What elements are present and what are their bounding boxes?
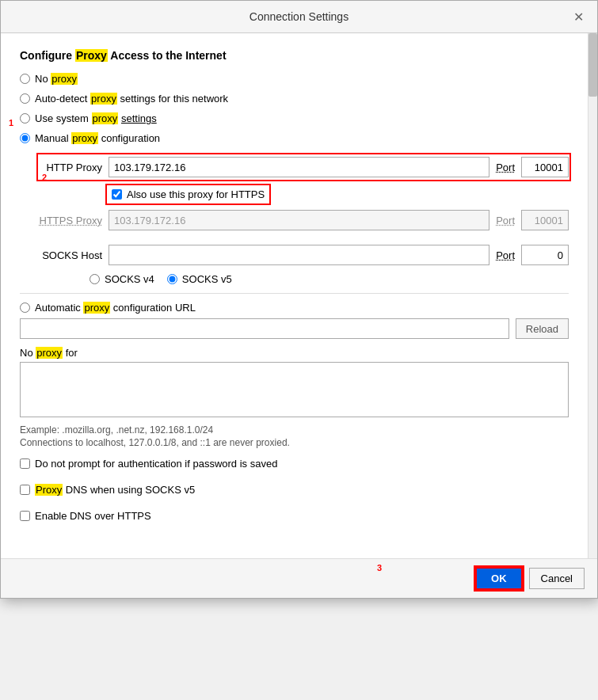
socks4-radio[interactable] [90,274,100,284]
http-proxy-input[interactable] [109,157,489,177]
radio-manual[interactable]: Manual proxy configuration [20,132,160,144]
ok-button[interactable]: OK [475,567,523,590]
radio-auto-proxy[interactable]: Automatic proxy configuration URL [20,302,569,314]
cancel-button[interactable]: Cancel [529,568,585,589]
no-auth-prompt-checkbox[interactable] [20,458,30,469]
http-proxy-row: HTTP Proxy Port [39,155,569,179]
bottom-checkboxes: Do not prompt for authentication if pass… [20,458,569,530]
radio-auto-proxy-input[interactable] [20,302,30,313]
section-title: Configure Proxy Access to the Internet [20,49,569,62]
https-proxy-row: HTTPS Proxy Port [39,210,569,230]
http-proxy-section: HTTP Proxy Port [20,155,569,179]
radio-auto-detect[interactable]: Auto-detect proxy settings for this netw… [20,93,569,105]
proxy-dns-label: Proxy DNS when using SOCKS v5 [35,484,195,496]
dialog-title: Connection Settings [29,10,569,23]
scrollbar-track[interactable] [588,33,597,558]
connections-text: Connections to localhost, 127.0.0.1/8, a… [20,437,569,448]
scrollbar-thumb[interactable] [588,33,597,97]
also-use-https-label: Also use this proxy for HTTPS [127,188,265,200]
also-use-https-wrapper: Also use this proxy for HTTPS [109,187,268,202]
radio-auto-detect-input[interactable] [20,93,30,104]
annotation-3: 3 [377,563,382,573]
socks5-option[interactable]: SOCKS v5 [167,273,232,285]
also-use-https-checkbox[interactable] [112,189,122,200]
dialog-footer: 3 OK Cancel [1,558,597,598]
socks-host-label: SOCKS Host [39,249,102,261]
socks-host-input[interactable] [109,245,489,265]
annotation-1: 1 [9,118,13,127]
proxy-dns-row[interactable]: Proxy DNS when using SOCKS v5 [20,484,569,496]
titlebar: Connection Settings ✕ [1,1,597,33]
socks-version-row: SOCKS v4 SOCKS v5 [90,273,569,285]
http-port-label: Port [496,162,515,173]
radio-no-proxy[interactable]: No proxy [20,73,569,85]
socks-port-input[interactable] [521,245,569,265]
auto-url-row: Reload [20,318,569,339]
radio-no-proxy-input[interactable] [20,74,30,84]
socks-port-label: Port [496,249,515,261]
dialog-body: Configure Proxy Access to the Internet N… [1,33,588,558]
no-proxy-textarea[interactable] [20,362,569,417]
radio-manual-input[interactable] [20,133,30,143]
reload-button[interactable]: Reload [516,318,569,339]
no-proxy-section: No proxy for [20,347,569,420]
enable-dns-https-checkbox[interactable] [20,511,30,521]
radio-use-system-input[interactable] [20,113,30,124]
socks4-label: SOCKS v4 [105,273,154,285]
http-proxy-label: HTTP Proxy [39,162,102,173]
proxy-radio-group: No proxy Auto-detect proxy settings for … [20,73,569,144]
enable-dns-https-label: Enable DNS over HTTPS [35,510,151,522]
socks4-option[interactable]: SOCKS v4 [90,273,154,285]
proxy-dns-checkbox[interactable] [20,485,30,495]
enable-dns-https-row[interactable]: Enable DNS over HTTPS [20,510,569,522]
https-port-label: Port [496,215,515,226]
https-port-input[interactable] [521,210,569,230]
http-port-input[interactable] [521,157,569,177]
auto-url-input[interactable] [20,318,509,339]
socks5-label: SOCKS v5 [182,273,232,285]
example-text: Example: .mozilla.org, .net.nz, 192.168.… [20,424,569,436]
no-proxy-label: No proxy for [20,347,569,359]
radio-use-system[interactable]: Use system proxy settings [20,112,569,124]
no-auth-prompt-label: Do not prompt for authentication if pass… [35,458,277,470]
annotation-2: 2 [42,173,47,182]
socks5-radio[interactable] [167,274,177,284]
auto-proxy-section: Automatic proxy configuration URL Reload [20,302,569,339]
https-proxy-label: HTTPS Proxy [39,215,102,226]
no-auth-prompt-row[interactable]: Do not prompt for authentication if pass… [20,458,569,470]
https-proxy-input[interactable] [109,210,489,230]
socks-host-row: SOCKS Host Port [39,245,569,265]
connection-settings-dialog: Connection Settings ✕ Configure Proxy Ac… [0,0,598,599]
close-button[interactable]: ✕ [569,7,588,26]
